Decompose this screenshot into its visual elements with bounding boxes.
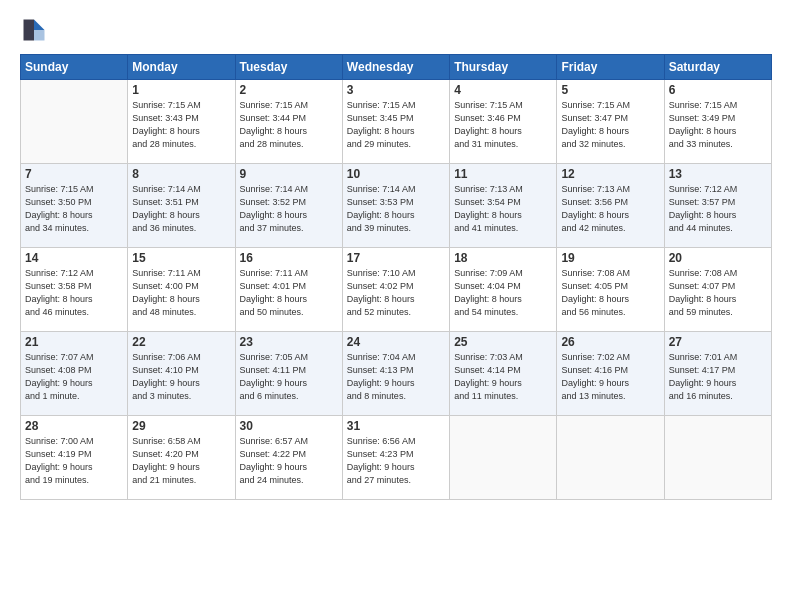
day-info: Sunrise: 7:15 AM Sunset: 3:50 PM Dayligh… bbox=[25, 183, 123, 235]
weekday-header-monday: Monday bbox=[128, 55, 235, 80]
day-number: 29 bbox=[132, 419, 230, 433]
day-number: 14 bbox=[25, 251, 123, 265]
calendar-week-3: 14Sunrise: 7:12 AM Sunset: 3:58 PM Dayli… bbox=[21, 248, 772, 332]
day-info: Sunrise: 7:07 AM Sunset: 4:08 PM Dayligh… bbox=[25, 351, 123, 403]
calendar-cell: 19Sunrise: 7:08 AM Sunset: 4:05 PM Dayli… bbox=[557, 248, 664, 332]
day-number: 19 bbox=[561, 251, 659, 265]
calendar-header: SundayMondayTuesdayWednesdayThursdayFrid… bbox=[21, 55, 772, 80]
calendar-cell: 5Sunrise: 7:15 AM Sunset: 3:47 PM Daylig… bbox=[557, 80, 664, 164]
day-number: 17 bbox=[347, 251, 445, 265]
day-number: 9 bbox=[240, 167, 338, 181]
calendar-cell: 17Sunrise: 7:10 AM Sunset: 4:02 PM Dayli… bbox=[342, 248, 449, 332]
weekday-header-sunday: Sunday bbox=[21, 55, 128, 80]
calendar-table: SundayMondayTuesdayWednesdayThursdayFrid… bbox=[20, 54, 772, 500]
day-number: 4 bbox=[454, 83, 552, 97]
weekday-header-wednesday: Wednesday bbox=[342, 55, 449, 80]
svg-marker-1 bbox=[34, 30, 45, 41]
day-number: 18 bbox=[454, 251, 552, 265]
day-number: 27 bbox=[669, 335, 767, 349]
day-number: 11 bbox=[454, 167, 552, 181]
calendar-cell: 28Sunrise: 7:00 AM Sunset: 4:19 PM Dayli… bbox=[21, 416, 128, 500]
calendar-cell: 2Sunrise: 7:15 AM Sunset: 3:44 PM Daylig… bbox=[235, 80, 342, 164]
calendar-cell: 11Sunrise: 7:13 AM Sunset: 3:54 PM Dayli… bbox=[450, 164, 557, 248]
day-number: 20 bbox=[669, 251, 767, 265]
day-info: Sunrise: 7:15 AM Sunset: 3:43 PM Dayligh… bbox=[132, 99, 230, 151]
calendar-cell: 29Sunrise: 6:58 AM Sunset: 4:20 PM Dayli… bbox=[128, 416, 235, 500]
day-number: 3 bbox=[347, 83, 445, 97]
calendar-cell: 15Sunrise: 7:11 AM Sunset: 4:00 PM Dayli… bbox=[128, 248, 235, 332]
day-info: Sunrise: 7:14 AM Sunset: 3:53 PM Dayligh… bbox=[347, 183, 445, 235]
day-info: Sunrise: 7:10 AM Sunset: 4:02 PM Dayligh… bbox=[347, 267, 445, 319]
calendar-cell: 4Sunrise: 7:15 AM Sunset: 3:46 PM Daylig… bbox=[450, 80, 557, 164]
day-info: Sunrise: 6:57 AM Sunset: 4:22 PM Dayligh… bbox=[240, 435, 338, 487]
day-info: Sunrise: 7:01 AM Sunset: 4:17 PM Dayligh… bbox=[669, 351, 767, 403]
day-info: Sunrise: 7:15 AM Sunset: 3:46 PM Dayligh… bbox=[454, 99, 552, 151]
weekday-header-tuesday: Tuesday bbox=[235, 55, 342, 80]
calendar-cell bbox=[664, 416, 771, 500]
day-number: 16 bbox=[240, 251, 338, 265]
day-info: Sunrise: 7:02 AM Sunset: 4:16 PM Dayligh… bbox=[561, 351, 659, 403]
calendar-cell: 30Sunrise: 6:57 AM Sunset: 4:22 PM Dayli… bbox=[235, 416, 342, 500]
calendar-cell: 13Sunrise: 7:12 AM Sunset: 3:57 PM Dayli… bbox=[664, 164, 771, 248]
day-number: 24 bbox=[347, 335, 445, 349]
day-info: Sunrise: 7:13 AM Sunset: 3:56 PM Dayligh… bbox=[561, 183, 659, 235]
day-info: Sunrise: 7:03 AM Sunset: 4:14 PM Dayligh… bbox=[454, 351, 552, 403]
day-number: 28 bbox=[25, 419, 123, 433]
calendar-week-1: 1Sunrise: 7:15 AM Sunset: 3:43 PM Daylig… bbox=[21, 80, 772, 164]
svg-marker-2 bbox=[24, 20, 35, 41]
calendar-cell: 31Sunrise: 6:56 AM Sunset: 4:23 PM Dayli… bbox=[342, 416, 449, 500]
day-info: Sunrise: 7:15 AM Sunset: 3:47 PM Dayligh… bbox=[561, 99, 659, 151]
calendar-cell: 3Sunrise: 7:15 AM Sunset: 3:45 PM Daylig… bbox=[342, 80, 449, 164]
day-number: 2 bbox=[240, 83, 338, 97]
calendar-body: 1Sunrise: 7:15 AM Sunset: 3:43 PM Daylig… bbox=[21, 80, 772, 500]
calendar-cell bbox=[21, 80, 128, 164]
logo-icon bbox=[20, 16, 48, 44]
calendar-cell: 21Sunrise: 7:07 AM Sunset: 4:08 PM Dayli… bbox=[21, 332, 128, 416]
day-info: Sunrise: 7:15 AM Sunset: 3:45 PM Dayligh… bbox=[347, 99, 445, 151]
calendar-week-2: 7Sunrise: 7:15 AM Sunset: 3:50 PM Daylig… bbox=[21, 164, 772, 248]
day-info: Sunrise: 6:56 AM Sunset: 4:23 PM Dayligh… bbox=[347, 435, 445, 487]
day-number: 13 bbox=[669, 167, 767, 181]
weekday-header-saturday: Saturday bbox=[664, 55, 771, 80]
calendar-cell: 7Sunrise: 7:15 AM Sunset: 3:50 PM Daylig… bbox=[21, 164, 128, 248]
calendar-cell: 20Sunrise: 7:08 AM Sunset: 4:07 PM Dayli… bbox=[664, 248, 771, 332]
calendar-cell: 26Sunrise: 7:02 AM Sunset: 4:16 PM Dayli… bbox=[557, 332, 664, 416]
calendar-cell: 22Sunrise: 7:06 AM Sunset: 4:10 PM Dayli… bbox=[128, 332, 235, 416]
calendar-cell: 10Sunrise: 7:14 AM Sunset: 3:53 PM Dayli… bbox=[342, 164, 449, 248]
day-number: 7 bbox=[25, 167, 123, 181]
day-info: Sunrise: 7:12 AM Sunset: 3:58 PM Dayligh… bbox=[25, 267, 123, 319]
day-number: 12 bbox=[561, 167, 659, 181]
day-number: 8 bbox=[132, 167, 230, 181]
day-info: Sunrise: 7:08 AM Sunset: 4:07 PM Dayligh… bbox=[669, 267, 767, 319]
calendar-cell: 12Sunrise: 7:13 AM Sunset: 3:56 PM Dayli… bbox=[557, 164, 664, 248]
day-number: 22 bbox=[132, 335, 230, 349]
day-number: 31 bbox=[347, 419, 445, 433]
calendar-cell: 27Sunrise: 7:01 AM Sunset: 4:17 PM Dayli… bbox=[664, 332, 771, 416]
day-info: Sunrise: 7:12 AM Sunset: 3:57 PM Dayligh… bbox=[669, 183, 767, 235]
calendar-cell bbox=[450, 416, 557, 500]
header bbox=[20, 16, 772, 44]
weekday-header-friday: Friday bbox=[557, 55, 664, 80]
day-number: 25 bbox=[454, 335, 552, 349]
day-number: 5 bbox=[561, 83, 659, 97]
calendar-cell: 8Sunrise: 7:14 AM Sunset: 3:51 PM Daylig… bbox=[128, 164, 235, 248]
day-info: Sunrise: 7:08 AM Sunset: 4:05 PM Dayligh… bbox=[561, 267, 659, 319]
day-number: 23 bbox=[240, 335, 338, 349]
calendar-cell bbox=[557, 416, 664, 500]
weekday-header-thursday: Thursday bbox=[450, 55, 557, 80]
day-info: Sunrise: 7:14 AM Sunset: 3:52 PM Dayligh… bbox=[240, 183, 338, 235]
calendar-cell: 6Sunrise: 7:15 AM Sunset: 3:49 PM Daylig… bbox=[664, 80, 771, 164]
calendar-cell: 9Sunrise: 7:14 AM Sunset: 3:52 PM Daylig… bbox=[235, 164, 342, 248]
day-info: Sunrise: 7:14 AM Sunset: 3:51 PM Dayligh… bbox=[132, 183, 230, 235]
day-info: Sunrise: 7:04 AM Sunset: 4:13 PM Dayligh… bbox=[347, 351, 445, 403]
calendar-page: SundayMondayTuesdayWednesdayThursdayFrid… bbox=[0, 0, 792, 612]
calendar-week-5: 28Sunrise: 7:00 AM Sunset: 4:19 PM Dayli… bbox=[21, 416, 772, 500]
calendar-cell: 23Sunrise: 7:05 AM Sunset: 4:11 PM Dayli… bbox=[235, 332, 342, 416]
calendar-cell: 25Sunrise: 7:03 AM Sunset: 4:14 PM Dayli… bbox=[450, 332, 557, 416]
day-info: Sunrise: 7:05 AM Sunset: 4:11 PM Dayligh… bbox=[240, 351, 338, 403]
day-info: Sunrise: 7:13 AM Sunset: 3:54 PM Dayligh… bbox=[454, 183, 552, 235]
calendar-cell: 18Sunrise: 7:09 AM Sunset: 4:04 PM Dayli… bbox=[450, 248, 557, 332]
day-number: 26 bbox=[561, 335, 659, 349]
day-info: Sunrise: 7:11 AM Sunset: 4:00 PM Dayligh… bbox=[132, 267, 230, 319]
day-number: 21 bbox=[25, 335, 123, 349]
